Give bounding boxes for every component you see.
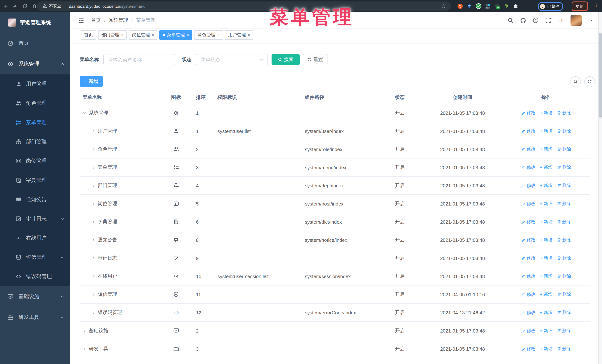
add-link[interactable]: +新增	[540, 110, 553, 116]
paused-badge[interactable]: 已暂停	[538, 2, 563, 11]
delete-link[interactable]: 删除	[557, 219, 571, 225]
check-extension-icon[interactable]	[476, 3, 482, 9]
chevron-down-icon[interactable]	[83, 111, 87, 115]
edit-link[interactable]: 修改	[521, 219, 536, 225]
sidebar-item-4[interactable]: 菜单管理	[0, 113, 70, 132]
status-select[interactable]: 菜单状态	[196, 54, 268, 65]
list-on-extension-icon[interactable]: on	[494, 3, 500, 9]
breadcrumb-home[interactable]: 首页	[91, 17, 101, 24]
delete-link[interactable]: 删除	[557, 309, 571, 316]
add-link[interactable]: +新增	[540, 237, 553, 243]
close-icon[interactable]: ×	[187, 33, 189, 37]
search-button[interactable]: 搜索	[271, 54, 300, 65]
hamburger-icon[interactable]	[78, 17, 85, 24]
font-size-icon[interactable]: TT	[558, 17, 564, 23]
sidebar-item-1[interactable]: 系统管理	[0, 54, 70, 74]
puzzle-extension-icon[interactable]	[513, 3, 519, 9]
chevron-right-icon[interactable]	[83, 347, 87, 351]
refresh-table-button[interactable]	[584, 76, 595, 87]
browser-reload-icon[interactable]	[21, 2, 29, 10]
sidebar-item-3[interactable]: 角色管理	[0, 94, 70, 113]
chevron-right-icon[interactable]	[92, 184, 96, 187]
delete-link[interactable]: 删除	[557, 237, 571, 243]
add-link[interactable]: +新增	[540, 273, 553, 279]
caret-down-icon[interactable]	[588, 17, 594, 23]
add-link[interactable]: +新增	[540, 200, 553, 207]
delete-link[interactable]: 删除	[557, 110, 571, 116]
edit-link[interactable]: 修改	[521, 273, 536, 279]
help-icon[interactable]: ?	[533, 17, 539, 23]
chevron-right-icon[interactable]	[92, 238, 96, 242]
chevron-right-icon[interactable]	[92, 129, 96, 133]
browser-back-icon[interactable]	[1, 2, 10, 10]
edit-link[interactable]: 修改	[521, 146, 536, 152]
add-link[interactable]: +新增	[540, 291, 553, 298]
edit-link[interactable]: 修改	[521, 291, 536, 298]
edit-link[interactable]: 修改	[521, 164, 536, 170]
sidebar-item-14[interactable]: 研发工具	[0, 307, 70, 328]
tab-1[interactable]: 部门管理×	[98, 30, 127, 40]
chevron-right-icon[interactable]	[92, 292, 96, 296]
app-logo[interactable]: 芋道管理系统	[0, 12, 70, 33]
chevron-right-icon[interactable]	[92, 147, 96, 151]
bookmark-star-icon[interactable]: ☆	[441, 3, 446, 9]
chevron-right-icon[interactable]	[92, 311, 96, 315]
scrollbar-thumb[interactable]	[599, 32, 602, 118]
github-icon[interactable]	[520, 17, 526, 23]
edit-link[interactable]: 修改	[521, 110, 536, 116]
add-button[interactable]: + 新增	[80, 76, 103, 87]
tab-5[interactable]: 用户管理×	[225, 30, 254, 40]
add-link[interactable]: +新增	[540, 146, 553, 152]
plant-extension-icon[interactable]	[504, 3, 509, 9]
sidebar-item-7[interactable]: 字典管理	[0, 171, 70, 190]
delete-link[interactable]: 删除	[557, 164, 571, 170]
close-icon[interactable]: ×	[121, 33, 124, 37]
sidebar-item-12[interactable]: 错误码管理	[0, 267, 70, 286]
delete-link[interactable]: 删除	[557, 346, 571, 352]
edit-link[interactable]: 修改	[521, 182, 536, 189]
sidebar-item-11[interactable]: 短信管理	[0, 248, 70, 267]
add-link[interactable]: +新增	[540, 128, 553, 134]
tab-3[interactable]: 菜单管理×	[159, 30, 193, 40]
sidebar-item-9[interactable]: 审计日志	[0, 209, 70, 229]
reset-button[interactable]: 重置	[303, 54, 327, 65]
page-scrollbar[interactable]	[598, 12, 602, 364]
update-button[interactable]: 更新	[572, 1, 588, 11]
chevron-right-icon[interactable]	[83, 329, 87, 333]
grid-extension-icon[interactable]	[485, 3, 491, 9]
add-link[interactable]: +新增	[540, 309, 553, 316]
delete-link[interactable]: 删除	[557, 273, 571, 279]
sidebar-item-0[interactable]: 首页	[0, 33, 70, 54]
close-icon[interactable]: ×	[217, 33, 220, 37]
chevron-right-icon[interactable]	[92, 202, 96, 206]
chevron-right-icon[interactable]	[92, 165, 96, 169]
avatar[interactable]	[570, 15, 582, 26]
edit-link[interactable]: 修改	[521, 200, 536, 207]
sidebar-item-5[interactable]: 部门管理	[0, 132, 70, 151]
delete-link[interactable]: 删除	[557, 200, 571, 207]
sidebar-item-8[interactable]: 通知公告	[0, 190, 70, 209]
delete-link[interactable]: 删除	[557, 146, 571, 152]
tab-0[interactable]: 首页	[81, 30, 96, 40]
add-link[interactable]: +新增	[540, 164, 553, 170]
ubuntu-extension-icon[interactable]	[457, 3, 463, 9]
address-bar[interactable]: 不安全 dashboard.yudao.iocoder.cn/system/me…	[37, 1, 451, 11]
add-link[interactable]: +新增	[540, 255, 553, 261]
sidebar-item-6[interactable]: 岗位管理	[0, 151, 70, 171]
chevron-right-icon[interactable]	[92, 274, 96, 278]
edit-link[interactable]: 修改	[521, 237, 536, 243]
edit-link[interactable]: 修改	[521, 346, 536, 352]
tab-2[interactable]: 岗位管理×	[129, 30, 157, 40]
tab-4[interactable]: 角色管理×	[194, 30, 223, 40]
edit-link[interactable]: 修改	[521, 128, 536, 134]
edit-link[interactable]: 修改	[521, 328, 536, 334]
add-link[interactable]: +新增	[540, 346, 553, 352]
chevron-right-icon[interactable]	[92, 256, 96, 260]
gem-extension-icon[interactable]	[466, 3, 472, 9]
chevron-right-icon[interactable]	[92, 220, 96, 224]
search-icon[interactable]	[507, 17, 514, 23]
edit-link[interactable]: 修改	[521, 309, 536, 316]
delete-link[interactable]: 删除	[557, 291, 571, 298]
delete-link[interactable]: 删除	[557, 328, 571, 334]
close-icon[interactable]: ×	[152, 33, 154, 37]
